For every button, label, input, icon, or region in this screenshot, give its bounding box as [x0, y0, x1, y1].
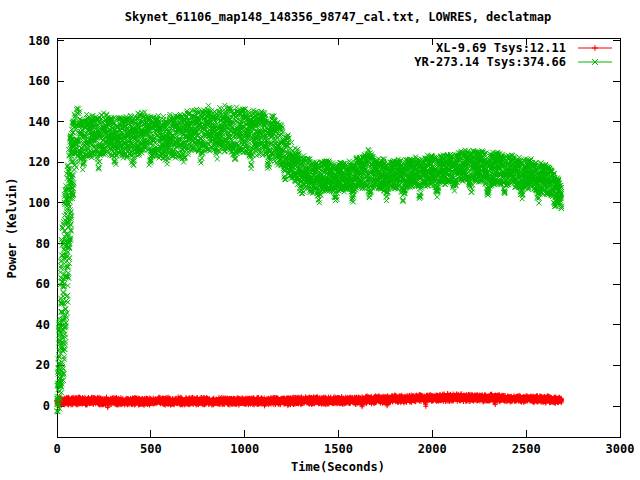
- plot-layer: 0500100015002000250030000204060801001201…: [28, 34, 634, 457]
- y-tick-label: 100: [28, 196, 50, 210]
- x-tick-label: 0: [53, 442, 60, 456]
- series-xl-points: [54, 391, 564, 410]
- y-tick-label: 160: [28, 74, 50, 88]
- y-tick-label: 120: [28, 155, 50, 169]
- legend-label-xl: XL-9.69 Tsys:12.11: [436, 41, 566, 55]
- x-tick-label: 1000: [230, 442, 259, 456]
- x-axis-label: Time(Seconds): [291, 460, 385, 474]
- y-tick-label: 20: [36, 358, 50, 372]
- y-tick-label: 80: [36, 237, 50, 251]
- legend-label-yr: YR-273.14 Tsys:374.66: [414, 55, 566, 69]
- x-tick-label: 3000: [606, 442, 635, 456]
- y-tick-label: 40: [36, 318, 50, 332]
- power-vs-time-chart: Skynet_61106_map148_148356_98747_cal.txt…: [0, 0, 640, 480]
- series-yr-points: [54, 103, 564, 414]
- y-tick-label: 60: [36, 277, 50, 291]
- x-tick-label: 1500: [324, 442, 353, 456]
- y-tick-label: 140: [28, 115, 50, 129]
- legend-sample-xl: [578, 45, 612, 51]
- axis-ticks: [57, 38, 620, 437]
- legend-sample-yr: [578, 59, 612, 65]
- x-tick-label: 2500: [512, 442, 541, 456]
- plot-frame: [57, 38, 620, 437]
- x-tick-label: 2000: [418, 442, 447, 456]
- chart-title: Skynet_61106_map148_148356_98747_cal.txt…: [125, 10, 551, 25]
- y-tick-label: 180: [28, 34, 50, 48]
- x-tick-label: 500: [140, 442, 162, 456]
- y-tick-label: 0: [43, 399, 50, 413]
- chart-window: Skynet_61106_map148_148356_98747_cal.txt…: [0, 0, 640, 480]
- y-axis-label: Power (Kelvin): [5, 177, 19, 278]
